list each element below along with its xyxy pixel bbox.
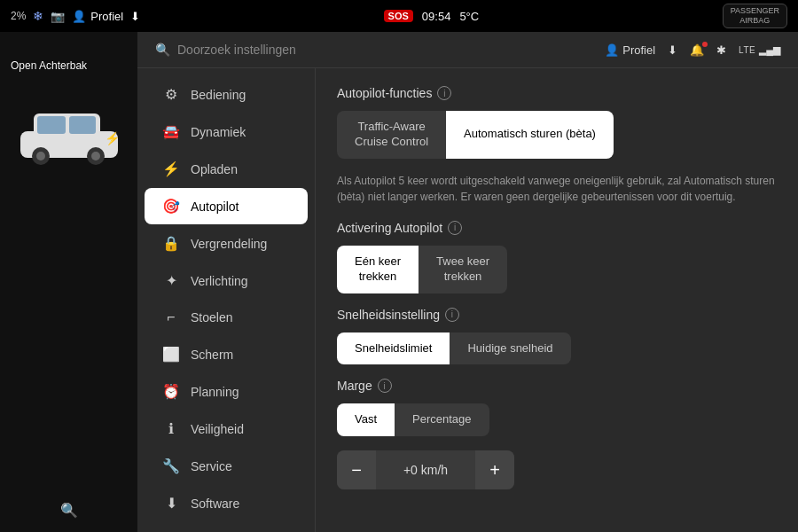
activering-toggle-group: Eén keertrekken Twee keertrekken xyxy=(337,246,777,293)
vast-btn[interactable]: Vast xyxy=(337,403,395,436)
dynamiek-icon: 🚘 xyxy=(162,123,180,140)
svg-text:⚡: ⚡ xyxy=(105,131,121,146)
automatisch-sturen-btn[interactable]: Automatisch sturen (bèta) xyxy=(446,111,614,159)
battery-percentage: 2% xyxy=(11,10,26,22)
sidebar-item-planning[interactable]: ⏰ Planning xyxy=(145,373,308,410)
time-display: 09:54 xyxy=(422,10,451,23)
sidebar-item-verlichting[interactable]: ✦ Verlichting xyxy=(145,262,308,299)
activering-info-icon[interactable]: i xyxy=(448,221,462,235)
camera-icon: 📷 xyxy=(51,10,65,23)
planning-icon: ⏰ xyxy=(162,383,180,400)
snelheids-info-icon[interactable]: i xyxy=(445,308,459,322)
sidebar-item-autopilot[interactable]: 🎯 Autopilot xyxy=(145,188,308,224)
sos-badge[interactable]: SOS xyxy=(384,10,413,22)
service-icon: 🔧 xyxy=(162,458,180,474)
signal-icon: ▂▄▆ xyxy=(759,44,780,56)
autopilot-toggle-group: Traffic-AwareCruise Control Automatisch … xyxy=(337,111,777,159)
marge-info-icon[interactable]: i xyxy=(378,379,392,393)
passenger-airbag-label: PASSENGERAIRBAG xyxy=(723,4,787,28)
download-icon-nav: ⬇ xyxy=(668,43,677,57)
main-container: Open Achterbak ⚡ 🔍 xyxy=(0,32,798,532)
open-achterbak-button[interactable]: Open Achterbak xyxy=(0,50,98,82)
svg-rect-3 xyxy=(69,116,96,134)
sidebar-item-bediening[interactable]: ⚙ Bediening xyxy=(145,76,308,113)
speed-value-display: +0 km/h xyxy=(376,463,475,477)
search-header: 🔍 Doorzoek instellingen 👤 Profiel ⬇ 🔔 ✱ xyxy=(137,32,798,68)
car-panel: Open Achterbak ⚡ 🔍 xyxy=(0,32,137,532)
veiligheid-icon: ℹ xyxy=(162,420,180,437)
autopilot-icon: 🎯 xyxy=(162,198,180,215)
temperature-display: 5°C xyxy=(459,10,479,23)
huidige-snelheid-btn[interactable]: Huidige snelheid xyxy=(450,332,570,365)
svg-point-7 xyxy=(91,152,100,160)
sidebar-item-scherm[interactable]: ⬜ Scherm xyxy=(145,336,308,372)
traffic-aware-btn[interactable]: Traffic-AwareCruise Control xyxy=(337,111,446,159)
status-right: PASSENGERAIRBAG xyxy=(723,4,787,28)
opladen-icon: ⚡ xyxy=(162,160,180,177)
snelheids-toggle-group: Snelheidslimiet Huidige snelheid xyxy=(337,332,777,365)
een-keer-btn[interactable]: Eén keertrekken xyxy=(337,246,419,293)
notification-icon[interactable]: 🔔 xyxy=(690,43,704,57)
search-icon-bottom: 🔍 xyxy=(60,502,78,519)
bediening-icon: ⚙ xyxy=(162,86,180,103)
sidebar-item-service[interactable]: 🔧 Service xyxy=(145,448,308,484)
settings-content: ⚙ Bediening 🚘 Dynamiek ⚡ Opladen 🎯 Autop… xyxy=(137,68,798,532)
marge-title: Marge i xyxy=(337,379,777,393)
speed-minus-btn[interactable]: − xyxy=(337,450,376,489)
speed-plus-btn[interactable]: + xyxy=(475,450,514,489)
speed-control: − +0 km/h + xyxy=(337,450,514,489)
autopilot-functions-title: Autopilot-functies i xyxy=(337,86,777,100)
vergrendeling-icon: 🔒 xyxy=(162,235,180,252)
snowflake-icon: ❄ xyxy=(33,9,43,23)
percentage-btn[interactable]: Percentage xyxy=(395,403,489,436)
search-icon: 🔍 xyxy=(155,43,170,57)
search-placeholder: Doorzoek instellingen xyxy=(177,43,296,57)
notification-dot xyxy=(702,42,708,47)
lte-icon: LTE ▂▄▆ xyxy=(739,44,780,56)
search-box[interactable]: 🔍 Doorzoek instellingen xyxy=(155,43,296,57)
sidebar-item-veiligheid[interactable]: ℹ Veiligheid xyxy=(145,411,308,447)
detail-panel: Autopilot-functies i Traffic-AwareCruise… xyxy=(315,68,798,532)
status-bar: 2% ❄ 📷 👤 Profiel ⬇ SOS 09:54 5°C PASSENG… xyxy=(0,0,798,32)
bt-icon: ✱ xyxy=(716,43,726,57)
sidebar-item-opladen[interactable]: ⚡ Opladen xyxy=(145,151,308,187)
stoelen-icon: ⌐ xyxy=(162,309,180,325)
autopilot-description: Als Autopilot 5 keer wordt uitgeschakeld… xyxy=(337,173,777,205)
nav-menu: ⚙ Bediening 🚘 Dynamiek ⚡ Opladen 🎯 Autop… xyxy=(137,68,315,532)
scherm-icon: ⬜ xyxy=(162,346,180,363)
software-icon: ⬇ xyxy=(162,495,180,512)
snelheidslimiet-btn[interactable]: Snelheidslimiet xyxy=(337,332,450,365)
sidebar-item-vergrendeling[interactable]: 🔒 Vergrendeling xyxy=(145,225,308,262)
marge-toggle-group: Vast Percentage xyxy=(337,403,777,436)
sidebar-item-stoelen[interactable]: ⌐ Stoelen xyxy=(145,300,308,335)
verlichting-icon: ✦ xyxy=(162,272,180,289)
twee-keer-btn[interactable]: Twee keertrekken xyxy=(419,246,507,293)
download-icon: ⬇ xyxy=(130,10,140,23)
car-image: ⚡ xyxy=(16,100,122,171)
profiel-status: 👤 Profiel xyxy=(72,10,123,23)
person-icon-nav: 👤 xyxy=(605,43,619,57)
bluetooth-icon[interactable]: ✱ xyxy=(716,43,726,57)
svg-point-5 xyxy=(36,152,45,160)
sidebar-item-dynamiek[interactable]: 🚘 Dynamiek xyxy=(145,113,308,150)
person-icon: 👤 xyxy=(72,10,86,23)
status-center: SOS 09:54 5°C xyxy=(384,10,480,23)
bottom-search[interactable]: 🔍 xyxy=(60,502,78,519)
sidebar-item-software[interactable]: ⬇ Software xyxy=(145,485,308,521)
status-left: 2% ❄ 📷 👤 Profiel ⬇ xyxy=(11,9,140,23)
snelheids-title: Snelheidsinstelling i xyxy=(337,308,777,322)
top-nav-icons: 👤 Profiel ⬇ 🔔 ✱ LTE ▂▄▆ xyxy=(605,43,780,57)
svg-rect-2 xyxy=(37,116,66,134)
settings-panel: 🔍 Doorzoek instellingen 👤 Profiel ⬇ 🔔 ✱ xyxy=(137,32,798,532)
download-nav-icon[interactable]: ⬇ xyxy=(668,43,677,57)
autopilot-info-icon[interactable]: i xyxy=(437,86,451,100)
profiel-nav[interactable]: 👤 Profiel xyxy=(605,43,655,57)
activering-title: Activering Autopilot i xyxy=(337,221,777,235)
